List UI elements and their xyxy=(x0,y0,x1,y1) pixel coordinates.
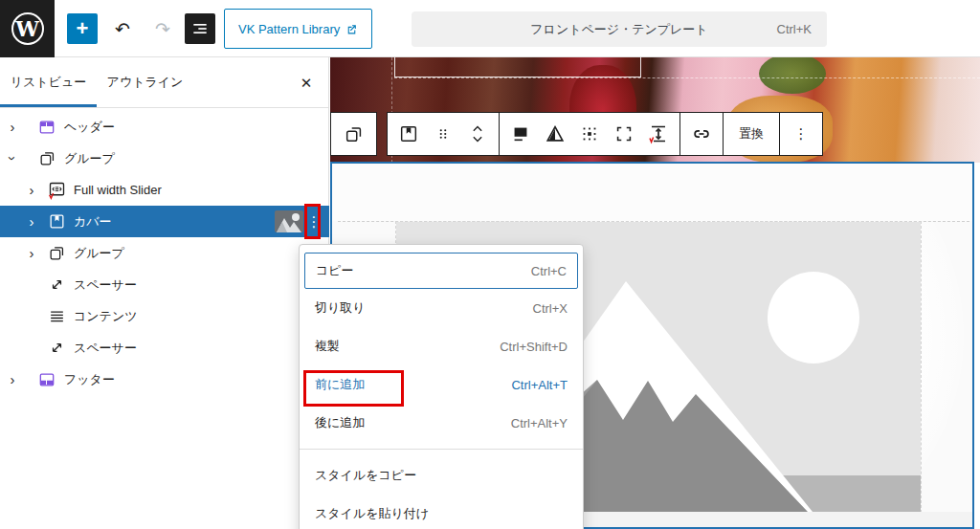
photo-leaf xyxy=(759,57,826,94)
block-options-context-menu: コピー Ctrl+C 切り取り Ctrl+X 複製 Ctrl+Shift+D 前… xyxy=(299,244,584,529)
select-parent-group-button[interactable] xyxy=(330,112,377,156)
menu-item-label: 複製 xyxy=(315,338,340,355)
toolbar-options-button[interactable]: ⋮ xyxy=(784,113,818,155)
menu-item-paste-styles[interactable]: スタイルを貼り付け xyxy=(300,495,583,529)
redo-button[interactable]: ↷ xyxy=(147,13,178,44)
group-icon xyxy=(344,123,365,144)
cover-thumbnail xyxy=(275,210,303,232)
list-item-spacer[interactable]: › スペーサー xyxy=(0,332,329,364)
menu-item-label: 前に追加 xyxy=(315,376,365,393)
replace-button[interactable]: 置換 xyxy=(727,113,775,155)
menu-item-copy[interactable]: コピー Ctrl+C xyxy=(304,253,578,289)
content-block-icon xyxy=(46,306,67,327)
content-position-button[interactable] xyxy=(503,113,538,155)
slider-block-icon xyxy=(46,180,67,201)
drag-handle[interactable] xyxy=(426,113,460,155)
chevron-right-icon[interactable]: › xyxy=(6,371,19,387)
vk-height-setting-button[interactable] xyxy=(641,113,676,155)
menu-item-add-before[interactable]: 前に追加 Ctrl+Alt+T xyxy=(300,365,583,404)
block-label: グループ xyxy=(74,245,124,262)
full-height-toggle-button[interactable] xyxy=(607,113,641,155)
group-block-icon xyxy=(36,148,57,169)
list-view-sidebar: リストビュー アウトライン ✕ › ヘッダー › グループ › Full w xyxy=(0,57,329,529)
menu-item-copy-styles[interactable]: スタイルをコピー xyxy=(300,456,583,495)
chevron-down-icon[interactable]: › xyxy=(5,152,21,165)
block-label: スペーサー xyxy=(74,276,137,294)
close-sidebar-button[interactable]: ✕ xyxy=(294,71,319,96)
menu-item-shortcut: Ctrl+X xyxy=(533,301,568,316)
vk-pattern-library-button[interactable]: VK Pattern Library xyxy=(224,9,372,49)
close-icon: ✕ xyxy=(301,75,313,91)
editor-top-bar: W + ↶ ↷ VK Pattern Library フロントページ・テンプレー… xyxy=(0,0,980,57)
position-matrix-button[interactable] xyxy=(572,113,607,155)
tab-list-view[interactable]: リストビュー xyxy=(0,57,97,107)
wordpress-w-icon: W xyxy=(11,12,44,45)
chevron-right-icon[interactable]: › xyxy=(25,245,38,261)
cover-top-area xyxy=(332,164,974,221)
full-height-icon xyxy=(613,123,635,144)
duotone-filter-button[interactable] xyxy=(538,113,572,155)
block-inserter-button[interactable]: + xyxy=(67,13,98,44)
duotone-icon xyxy=(545,123,566,144)
menu-item-label: スタイルを貼り付け xyxy=(315,505,429,522)
drag-icon xyxy=(434,125,452,143)
align-icon xyxy=(510,123,531,144)
block-label: コンテンツ xyxy=(74,308,138,325)
list-item-group[interactable]: › グループ xyxy=(0,143,329,174)
document-title: フロントページ・テンプレート xyxy=(530,21,707,38)
ellipsis-icon: ⋮ xyxy=(794,125,809,143)
mover-icon xyxy=(468,121,487,146)
footer-block-icon xyxy=(36,369,57,390)
block-label: Full width Slider xyxy=(74,183,162,197)
toolbar-section-options: ⋮ xyxy=(779,113,822,155)
plus-icon: + xyxy=(77,16,89,41)
vk-height-icon xyxy=(647,122,670,145)
list-view-icon xyxy=(190,19,210,38)
undo-button[interactable]: ↶ xyxy=(107,13,138,44)
chevron-right-icon[interactable]: › xyxy=(6,119,19,135)
menu-item-label: 切り取り xyxy=(315,299,366,317)
menu-item-duplicate[interactable]: 複製 Ctrl+Shift+D xyxy=(300,327,583,365)
cover-icon xyxy=(398,123,419,144)
toolbar-section-block xyxy=(388,113,499,155)
menu-item-shortcut: Ctrl+Shift+D xyxy=(500,340,568,354)
menu-item-shortcut: Ctrl+C xyxy=(531,264,567,278)
block-label: グループ xyxy=(64,150,115,167)
list-item-content[interactable]: › コンテンツ xyxy=(0,300,329,332)
block-mover[interactable] xyxy=(460,113,495,155)
menu-item-cut[interactable]: 切り取り Ctrl+X xyxy=(300,289,583,327)
chevron-right-icon[interactable]: › xyxy=(25,182,38,198)
list-item-spacer[interactable]: › スペーサー xyxy=(0,269,329,300)
block-label: カバー xyxy=(74,213,112,231)
block-toolbar: 置換 ⋮ xyxy=(387,112,823,156)
spacer-block-icon xyxy=(46,275,67,296)
external-link-icon xyxy=(345,23,358,35)
menu-item-add-after[interactable]: 後に追加 Ctrl+Alt+Y xyxy=(300,404,583,442)
sidebar-tabs: リストビュー アウトライン ✕ xyxy=(0,57,328,108)
menu-item-shortcut: Ctrl+Alt+T xyxy=(511,378,568,392)
block-label: フッター xyxy=(64,371,115,388)
list-item-header[interactable]: › ヘッダー xyxy=(0,111,329,143)
command-center-bar[interactable]: フロントページ・テンプレート Ctrl+K xyxy=(412,11,827,47)
list-item-cover-selected[interactable]: › カバー ⋮ xyxy=(0,206,329,237)
wordpress-logo[interactable]: W xyxy=(0,0,55,57)
placeholder-sun xyxy=(768,272,859,364)
list-item-footer[interactable]: › フッター xyxy=(0,364,329,395)
command-shortcut: Ctrl+K xyxy=(777,22,812,36)
guide-dashed-horizontal xyxy=(394,77,980,78)
list-item-full-width-slider[interactable]: › Full width Slider xyxy=(0,174,329,206)
list-item-group-inner[interactable]: › グループ xyxy=(0,237,329,269)
cover-block-type-button[interactable] xyxy=(391,113,426,155)
list-view-toggle-button[interactable] xyxy=(185,13,215,44)
matrix-icon xyxy=(579,123,600,144)
toolbar-section-link xyxy=(679,113,723,155)
options-menu-button[interactable]: ⋮ xyxy=(306,206,322,237)
menu-separator xyxy=(300,449,583,450)
tab-outline[interactable]: アウトライン xyxy=(97,57,193,107)
menu-item-label: コピー xyxy=(316,262,354,279)
vk-pattern-library-label: VK Pattern Library xyxy=(238,22,340,36)
chevron-right-icon[interactable]: › xyxy=(25,213,38,230)
group-block-icon xyxy=(46,243,67,264)
undo-icon: ↶ xyxy=(115,18,130,40)
link-button[interactable] xyxy=(684,113,719,155)
